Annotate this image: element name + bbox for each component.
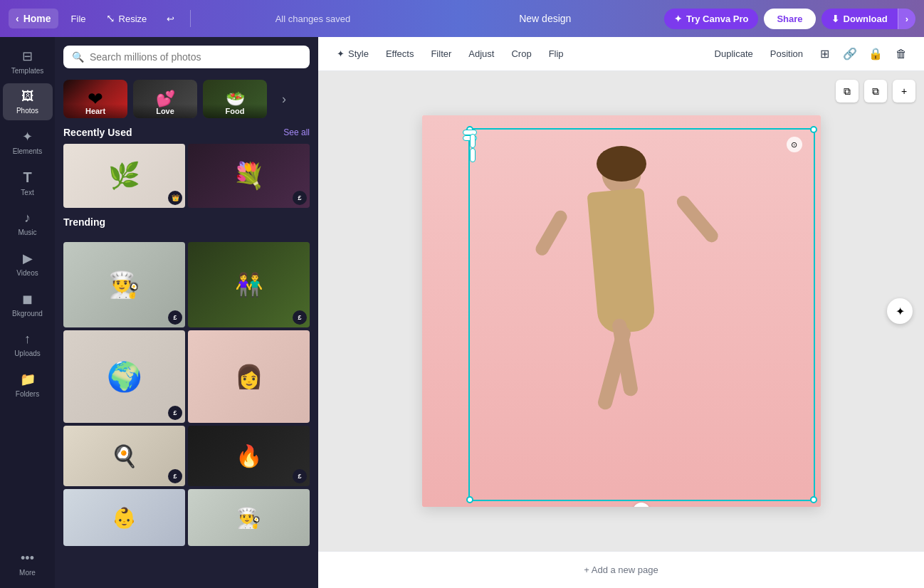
search-icon: 🔍	[72, 51, 84, 63]
recently-used-grid: 🌿 👑 💐 £	[63, 144, 310, 208]
search-box[interactable]: 🔍	[63, 46, 310, 68]
search-input[interactable]	[90, 51, 301, 63]
photos-icon: 🖼	[21, 89, 34, 104]
position-button[interactable]: Position	[763, 45, 810, 63]
more-label: More	[19, 569, 36, 577]
ai-refresh-button[interactable]: ✦	[887, 298, 913, 324]
trending-grid-scroll[interactable]: 👨‍🍳 £ 👫 £ 🌍 £ 👩	[55, 242, 318, 588]
photo-kids[interactable]: 👶	[63, 489, 185, 546]
sidebar-item-more[interactable]: ••• More	[3, 545, 53, 582]
photo-woman[interactable]: 👩	[188, 330, 310, 423]
figure-hair	[597, 146, 646, 182]
see-all-button[interactable]: See all	[283, 127, 310, 137]
file-label: File	[71, 14, 86, 24]
panel-search: 🔍	[55, 37, 318, 77]
style-icon: ✦	[337, 48, 345, 59]
style-button[interactable]: ✦ Style	[330, 45, 376, 63]
love-label: Love	[133, 104, 197, 118]
sidebar-item-text[interactable]: T Text	[3, 164, 53, 202]
uploads-icon: ↑	[24, 332, 31, 347]
toolbar: ✦ Style Effects Filter Adjust Crop Flip …	[318, 37, 924, 71]
figure-body	[587, 188, 656, 335]
add-page-label: + Add a new page	[584, 565, 658, 575]
saved-status: All changes saved	[199, 14, 426, 24]
canvas-column: ✦ Style Effects Filter Adjust Crop Flip …	[318, 37, 924, 588]
download-chevron[interactable]: ›	[898, 9, 915, 29]
try-pro-button[interactable]: ✦ Try Canva Pro	[664, 9, 758, 29]
photo-plant[interactable]: 🌿 👑	[63, 144, 185, 208]
uploads-label: Uploads	[14, 350, 41, 357]
position-label: Position	[770, 48, 803, 59]
sidebar-item-templates[interactable]: ⊟ Templates	[3, 43, 53, 80]
home-button[interactable]: ‹ Home	[9, 9, 58, 28]
trending-row-2: 🌍 £ 👩	[63, 330, 310, 423]
elements-label: Elements	[13, 147, 43, 155]
image-preview-icon: ⊙	[787, 137, 802, 152]
add-page-button[interactable]: + Add a new page	[584, 565, 658, 575]
photo-kitchen[interactable]: 🍳 £	[63, 426, 185, 486]
fireplace-badge: £	[293, 469, 307, 483]
photo-fireplace[interactable]: 🔥 £	[188, 426, 310, 486]
main-layout: ⊟ Templates 🖼 Photos ✦ Elements T Text ♪…	[0, 37, 924, 588]
category-food[interactable]: 🥗 Food	[203, 80, 267, 118]
effects-button[interactable]: Effects	[379, 45, 421, 63]
category-scroll: ❤ Heart 💕 Love 🥗 Food ›	[55, 77, 318, 127]
delete-button[interactable]: 🗑	[890, 43, 913, 65]
photo-cook[interactable]: 👨‍🍳 £	[63, 242, 185, 327]
category-love[interactable]: 💕 Love	[133, 80, 197, 118]
style-label: Style	[348, 48, 369, 59]
page-icon: ⧉	[844, 85, 851, 98]
sidebar-item-folders[interactable]: 📁 Folders	[3, 366, 53, 404]
photo-flowers[interactable]: 💐 £	[188, 144, 310, 208]
add-page-bar[interactable]: + Add a new page	[318, 551, 924, 588]
templates-icon: ⊟	[22, 48, 33, 64]
add-button[interactable]: +	[893, 80, 915, 103]
videos-icon: ▶	[23, 251, 33, 266]
canvas-top-controls: ⧉ ⧉ +	[836, 80, 915, 103]
filter-button[interactable]: Filter	[424, 45, 458, 63]
crop-button[interactable]: Crop	[504, 45, 538, 63]
design-title: New design	[432, 13, 658, 24]
download-main[interactable]: ⬇ Download	[821, 9, 898, 29]
duplicate-button[interactable]: Duplicate	[708, 45, 760, 63]
grid-button[interactable]: ⊞	[813, 43, 836, 65]
sidebar-item-background[interactable]: ◼ Bkground	[3, 285, 53, 323]
lock-button[interactable]: 🔒	[864, 43, 887, 65]
sidebar-item-uploads[interactable]: ↑ Uploads	[3, 326, 53, 363]
copy-button[interactable]: ⧉	[864, 80, 887, 103]
try-pro-label: Try Canva Pro	[686, 14, 748, 24]
photo-globe[interactable]: 🌍 £	[63, 330, 185, 423]
category-next-arrow[interactable]: ›	[273, 80, 295, 118]
resize-button[interactable]: ⤡ Resize	[99, 8, 154, 29]
canvas-page[interactable]: ↻ ⊙	[422, 115, 821, 507]
photo-couple[interactable]: 👫 £	[188, 242, 310, 327]
sidebar-item-elements[interactable]: ✦ Elements	[3, 123, 53, 161]
trending-header: Trending	[63, 216, 310, 228]
link-icon: 🔗	[843, 47, 857, 61]
filter-label: Filter	[431, 48, 451, 59]
flip-label: Flip	[549, 48, 564, 59]
flip-button[interactable]: Flip	[542, 45, 571, 63]
templates-label: Templates	[11, 67, 44, 75]
file-button[interactable]: File	[64, 9, 93, 28]
share-button[interactable]: Share	[764, 9, 815, 29]
download-button[interactable]: ⬇ Download ›	[821, 9, 915, 29]
sidebar-nav: ⊟ Templates 🖼 Photos ✦ Elements T Text ♪…	[0, 37, 55, 588]
folders-label: Folders	[16, 390, 39, 398]
figure-arm-left	[533, 209, 569, 258]
person-container	[543, 140, 700, 482]
pro-star-icon: ✦	[674, 14, 682, 24]
cook-badge: £	[168, 310, 182, 325]
adjust-button[interactable]: Adjust	[461, 45, 501, 63]
category-heart[interactable]: ❤ Heart	[63, 80, 127, 118]
recently-used-title: Recently Used	[63, 127, 132, 138]
undo-button[interactable]: ↩	[159, 9, 182, 28]
page-icon-button[interactable]: ⧉	[836, 80, 859, 103]
sidebar-item-photos[interactable]: 🖼 Photos	[3, 83, 53, 120]
link-button[interactable]: 🔗	[839, 43, 861, 65]
copy-icon: ⧉	[872, 85, 879, 98]
recently-used-section: Recently Used See all 🌿 👑 💐 £	[55, 127, 318, 216]
photo-chef[interactable]: 👨‍🍳	[188, 489, 310, 546]
sidebar-item-music[interactable]: ♪ Music	[3, 205, 53, 242]
sidebar-item-videos[interactable]: ▶ Videos	[3, 245, 53, 283]
